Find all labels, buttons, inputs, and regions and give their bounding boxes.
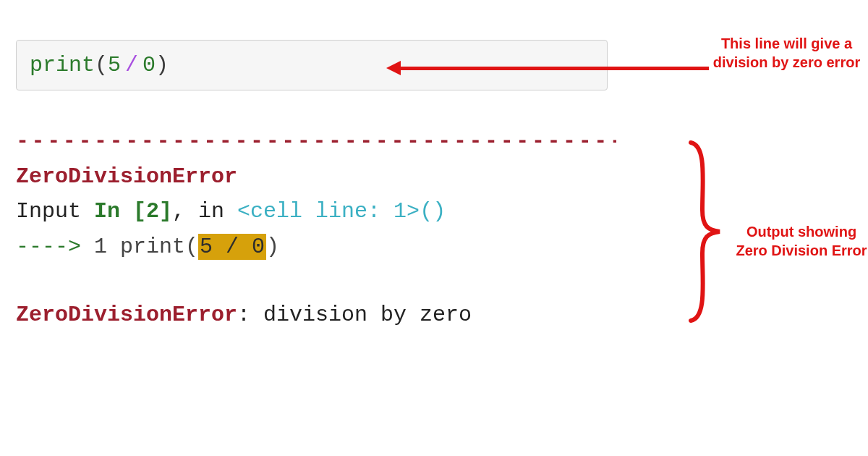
tb-comma-in: , in <box>172 199 237 224</box>
code-token-rparen: ) <box>156 51 169 80</box>
code-token-func: print <box>30 51 95 80</box>
error-name: ZeroDivisionError <box>16 160 616 194</box>
tb-arrow-marker: ----> <box>16 235 94 259</box>
annotation-bottom: Output showing Zero Division Error <box>729 223 868 260</box>
code-input-cell[interactable]: print(5/0) <box>16 40 608 90</box>
code-token-op: / <box>125 51 138 80</box>
traceback-output: ----------------------------------------… <box>16 124 616 332</box>
tb-call-open: print( <box>107 235 198 259</box>
tb-in-keyword: In [2] <box>94 199 172 224</box>
code-token-lparen: ( <box>95 51 108 80</box>
final-error-name: ZeroDivisionError <box>16 303 237 327</box>
final-error-message: division by zero <box>263 303 472 327</box>
tb-call-close: ) <box>266 235 279 259</box>
tb-cell-ref: <cell line: 1> <box>237 199 420 224</box>
tb-highlight: 5 / 0 <box>198 234 266 260</box>
tb-input-prefix: Input <box>16 199 94 224</box>
traceback-code-line: ----> 1 print(5 / 0) <box>16 230 616 264</box>
arrow-left-icon <box>398 67 709 70</box>
tb-paren-empty: () <box>420 199 446 224</box>
tb-lineno: 1 <box>94 235 107 259</box>
traceback-location-line: Input In [2], in <cell line: 1>() <box>16 195 616 229</box>
traceback-final-line: ZeroDivisionError: division by zero <box>16 298 616 332</box>
traceback-divider: ----------------------------------------… <box>16 124 616 159</box>
annotation-top: This line will give a division by zero e… <box>709 35 864 72</box>
final-error-colon: : <box>237 303 263 327</box>
code-token-num2: 0 <box>142 51 156 80</box>
curly-brace-icon <box>684 141 723 322</box>
code-token-num1: 5 <box>108 51 121 80</box>
